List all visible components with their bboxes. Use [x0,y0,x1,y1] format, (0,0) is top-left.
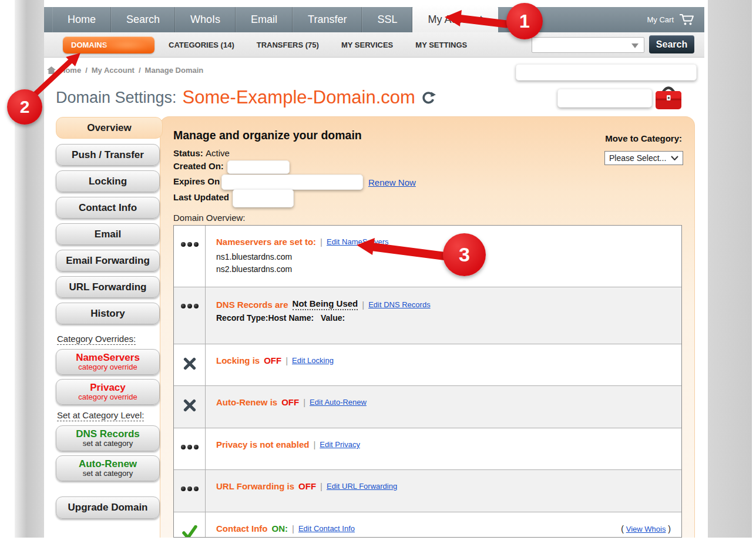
row-content: Contact InfoON:|Edit Contact Info( View … [206,512,681,538]
breadcrumb-manage-domain[interactable]: Manage Domain [145,66,204,75]
move-to-category-select[interactable]: Please Select... [604,151,683,165]
site-search-input[interactable] [533,39,627,51]
subnav-item-domains[interactable]: DOMAINS [63,36,154,53]
separator: | [320,237,322,247]
note-open-paren: ( [621,524,626,533]
button-subtitle: set at category [83,439,133,448]
row-title-text: Nameservers are set to: [216,237,316,247]
my-cart-button[interactable]: My Cart [647,7,695,32]
sidebar-item-email[interactable]: Email [56,223,160,245]
ellipsis-icon [181,486,199,512]
subnav-item-transfers-75[interactable]: TRANSFERS (75) [257,41,319,49]
table-row: Locking isOFF|Edit Locking [174,344,681,386]
sidebar-item-contact-info[interactable]: Contact Info [56,197,160,219]
separator: | [285,355,288,365]
site-search-button[interactable]: Search [649,35,694,53]
breadcrumb-home[interactable]: Home [60,66,81,75]
redacted-expiry-date [221,174,363,190]
combobox-dropdown-icon[interactable] [631,43,639,48]
view-whois-link[interactable]: View Whois [626,525,666,533]
sidebar-level-dns-records[interactable]: DNS Recordsset at category [56,425,160,451]
refresh-icon[interactable] [421,90,436,105]
nav-tab-email[interactable]: Email [236,7,293,32]
row-title: Contact InfoON:|Edit Contact Info( View … [216,523,673,533]
annotation-callout-1: 1 [506,3,543,39]
sidebar-item-locking[interactable]: Locking [56,170,160,192]
separator: | [303,397,305,407]
created-label: Created On: [173,161,224,171]
renew-now-link[interactable]: Renew Now [368,177,416,187]
nav-tab-search[interactable]: Search [111,7,175,32]
annotation-callout-3: 3 [443,233,486,276]
ellipsis-icon [181,304,199,344]
nav-tab-transfer[interactable]: Transfer [293,7,362,32]
row-title-text: Privacy is not enabled [216,439,309,449]
nav-tab-ssl[interactable]: SSL [362,7,412,32]
button-subtitle: category override [78,363,137,371]
nameserver-entry: ns2.bluestardns.com [216,263,673,276]
row-status: Not Being Used [293,298,358,310]
row-title-text: URL Forwarding is [216,481,294,491]
row-icon-cell [174,226,206,287]
select-value: Please Select... [609,153,666,163]
sidebar-override-privacy[interactable]: Privacycategory override [56,379,160,405]
cart-icon [679,14,695,26]
sidebar-override-nameservers[interactable]: NameServerscategory override [56,349,160,375]
expires-line: Expires On [173,176,220,186]
breadcrumb: Home/My Account/Manage Domain [47,66,203,75]
site-search-combobox[interactable] [532,37,644,53]
category-level-buttons: DNS Recordsset at categoryAuto-Renewset … [56,425,160,481]
edit-link-edit-auto-renew[interactable]: Edit Auto-Renew [310,398,367,407]
table-row: Nameservers are set to:|Edit NameServers… [174,226,681,287]
status-value: Active [206,148,230,158]
row-title-text: Auto-Renew is [216,397,277,407]
nav-tab-whois[interactable]: WhoIs [175,7,236,32]
page: HomeSearchWhoIsEmailTransferSSLMy Accoun… [0,0,756,547]
redacted-updated-date [233,189,294,207]
edit-link-edit-dns-records[interactable]: Edit DNS Records [368,300,430,309]
button-title: Privacy [90,382,126,393]
upgrade-domain-button[interactable]: Upgrade Domain [56,496,160,519]
button-title: DNS Records [76,429,140,439]
redacted-value-box [516,64,697,80]
sidebar-item-overview[interactable]: Overview [56,117,163,139]
nav-tab-home[interactable]: Home [52,7,111,32]
x-icon [183,399,196,428]
button-title: Auto-Renew [79,459,137,469]
table-row: DNS Records areNot Being Used|Edit DNS R… [174,287,681,344]
expires-label: Expires On [173,176,220,186]
toolbox-icon[interactable] [654,85,683,110]
domain-overview-label: Domain Overview: [173,213,246,223]
sidebar-item-history[interactable]: History [56,303,160,324]
sidebar-level-auto-renew[interactable]: Auto-Renewset at category [56,455,160,481]
last-updated-line: Last Updated [173,192,229,202]
row-status: OFF [298,481,316,491]
edit-link-edit-url-forwarding[interactable]: Edit URL Forwarding [327,482,397,491]
subnav-items: CATEGORIES (14)TRANSFERS (75)MY SERVICES… [169,32,467,57]
section-heading: Manage and organize your domain [173,129,362,142]
subnav-item-my-services[interactable]: MY SERVICES [341,41,393,49]
redacted-created-date [227,160,290,174]
annotation-callout-2: 2 [7,89,42,125]
subnav-item-categories-14[interactable]: CATEGORIES (14) [169,41,234,49]
sidebar-item-email-forwarding[interactable]: Email Forwarding [56,250,160,271]
status-label: Status: [173,148,203,158]
breadcrumb-my-account[interactable]: My Account [92,66,135,75]
table-row: Contact InfoON:|Edit Contact Info( View … [174,512,681,538]
sidebar-item-url-forwarding[interactable]: URL Forwarding [56,276,160,298]
edit-link-edit-contact-info[interactable]: Edit Contact Info [298,524,355,533]
x-icon [183,357,196,385]
button-subtitle: category override [78,393,137,401]
sidebar-item-push-transfer[interactable]: Push / Transfer [56,144,160,166]
row-status: OFF [281,397,299,407]
row-icon-cell [174,512,206,538]
row-content: Auto-Renew isOFF|Edit Auto-Renew [206,386,681,428]
edit-link-edit-nameservers[interactable]: Edit NameServers [327,237,388,246]
subnav-item-my-settings[interactable]: MY SETTINGS [415,41,467,49]
sidebar-menu: Push / TransferLockingContact InfoEmailE… [56,144,160,324]
edit-link-edit-privacy[interactable]: Edit Privacy [320,440,360,449]
edit-link-edit-locking[interactable]: Edit Locking [292,356,334,365]
sub-navbar: DOMAINS CATEGORIES (14)TRANSFERS (75)MY … [44,32,704,58]
nav-tab-my-account[interactable]: My Account [412,5,498,32]
move-to-category-label: Move to Category: [587,133,682,143]
